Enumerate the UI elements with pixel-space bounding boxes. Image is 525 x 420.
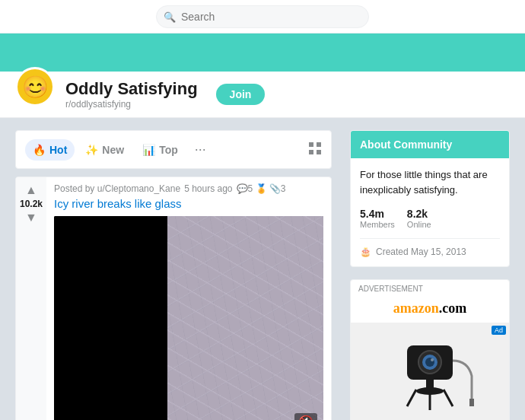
created-text: Created May 15, 2013: [376, 247, 466, 257]
members-count: 5.4m: [360, 208, 395, 220]
amazon-logo: amazon.com: [393, 301, 466, 316]
webcam-image: Ad: [351, 323, 509, 420]
svg-rect-2: [309, 150, 313, 154]
about-header: About Community: [351, 131, 509, 158]
search-icon: 🔍: [164, 11, 176, 22]
members-label: Members: [360, 220, 395, 229]
view-toggle[interactable]: [308, 142, 322, 158]
upvote-button[interactable]: ▲: [25, 183, 37, 197]
vote-column: ▲ 10.2k ▼: [16, 177, 46, 420]
ad-content[interactable]: amazon.com: [351, 294, 509, 420]
community-header: 😊 Oddly Satisfying r/oddlysatisfying Joi…: [0, 72, 525, 118]
join-button[interactable]: Join: [216, 84, 266, 105]
sort-more[interactable]: ···: [189, 137, 212, 162]
amazon-logo-area: amazon.com: [351, 294, 509, 323]
video-content: [167, 216, 323, 420]
online-label: Online: [407, 220, 431, 229]
top-icon: 📊: [142, 144, 155, 156]
post-card: ▲ 10.2k ▼ Posted by u/Cleptomano_Kane 5 …: [15, 177, 332, 420]
search-input[interactable]: [156, 5, 369, 28]
online-count: 8.2k: [407, 208, 431, 220]
post-meta-icons: 💬5 🏅 📎3: [237, 183, 286, 194]
post-author: Posted by u/Cleptomano_Kane: [54, 183, 180, 194]
community-banner: [0, 33, 525, 72]
svg-line-11: [407, 390, 416, 406]
community-icon: 😊: [15, 67, 55, 107]
about-box: About Community For those little things …: [350, 130, 510, 267]
ice-texture: [167, 216, 323, 420]
svg-rect-14: [469, 399, 474, 406]
webcam-svg: [384, 338, 476, 414]
community-slug: r/oddlysatisfying: [65, 99, 198, 110]
svg-rect-0: [309, 142, 313, 147]
post-title[interactable]: Icy river breaks like glass: [54, 197, 323, 210]
community-name: Oddly Satisfying: [65, 79, 198, 99]
about-stats: 5.4m Members 8.2k Online: [360, 208, 500, 229]
hot-icon: 🔥: [33, 144, 46, 156]
search-wrapper: 🔍: [156, 5, 369, 28]
volume-icon[interactable]: 🔇: [294, 413, 317, 420]
top-bar: 🔍: [0, 0, 525, 33]
new-icon: ✨: [85, 144, 98, 156]
svg-rect-1: [317, 142, 321, 147]
sort-top[interactable]: 📊 Top: [135, 139, 186, 161]
about-created: 🎂 Created May 15, 2013: [360, 238, 500, 257]
main-content: 🔥 Hot ✨ New 📊 Top ··· ▲ 10.2k ▼: [0, 118, 525, 420]
ad-label: ADVERTISEMENT: [351, 280, 509, 294]
sort-hot[interactable]: 🔥 Hot: [25, 139, 75, 161]
svg-rect-3: [317, 150, 321, 154]
feed: 🔥 Hot ✨ New 📊 Top ··· ▲ 10.2k ▼: [15, 130, 332, 420]
online-stat: 8.2k Online: [407, 208, 431, 229]
sort-new[interactable]: ✨ New: [78, 139, 132, 161]
community-info: Oddly Satisfying r/oddlysatisfying: [65, 79, 198, 110]
svg-line-12: [444, 390, 453, 406]
post-time: 5 hours ago: [184, 183, 232, 194]
post-body: Posted by u/Cleptomano_Kane 5 hours ago …: [46, 177, 331, 420]
ad-badge: Ad: [492, 326, 506, 335]
svg-point-8: [431, 358, 434, 361]
video-black-area: [54, 216, 167, 420]
cake-icon: 🎂: [360, 247, 371, 257]
members-stat: 5.4m Members: [360, 208, 395, 229]
sidebar: About Community For those little things …: [350, 130, 510, 420]
vote-count: 10.2k: [20, 199, 43, 209]
about-body: For those little things that are inexpli…: [351, 158, 509, 266]
ad-box: ADVERTISEMENT amazon.com: [350, 279, 510, 420]
downvote-button[interactable]: ▼: [25, 211, 37, 224]
post-meta: Posted by u/Cleptomano_Kane 5 hours ago …: [54, 183, 323, 194]
post-video[interactable]: 🔇: [54, 216, 323, 420]
about-description: For those little things that are inexpli…: [360, 167, 500, 197]
sort-bar: 🔥 Hot ✨ New 📊 Top ···: [15, 130, 332, 169]
